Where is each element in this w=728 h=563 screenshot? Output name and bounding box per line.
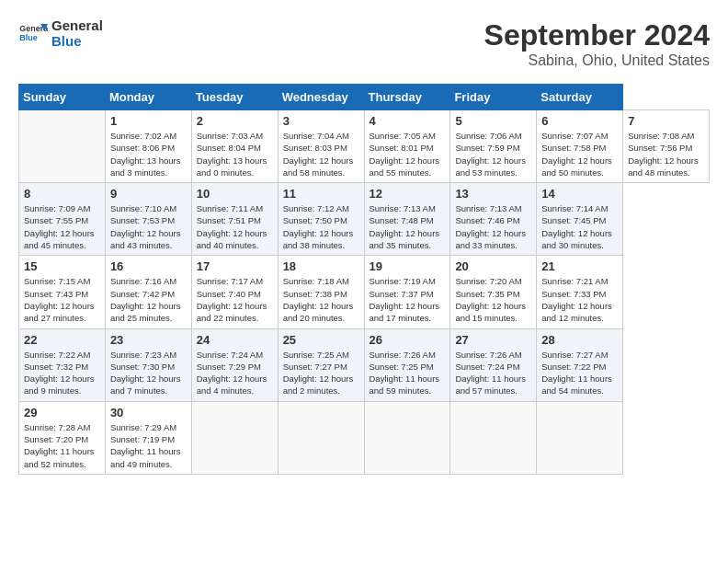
day-info: Sunrise: 7:24 AMSunset: 7:29 PMDaylight:… (197, 349, 273, 397)
day-number: 20 (455, 259, 531, 273)
day-number: 15 (24, 259, 100, 273)
calendar-cell: 16Sunrise: 7:16 AMSunset: 7:42 PMDayligh… (105, 256, 191, 328)
sunset-text: Sunset: 7:38 PM (283, 288, 359, 300)
daylight-text: Daylight: 12 hours and 22 minutes. (197, 300, 273, 325)
calendar-cell (19, 110, 106, 183)
day-info: Sunrise: 7:17 AMSunset: 7:40 PMDaylight:… (197, 275, 273, 324)
day-number: 14 (541, 187, 618, 201)
day-info: Sunrise: 7:05 AMSunset: 8:01 PMDaylight:… (370, 130, 446, 178)
sunrise-text: Sunrise: 7:26 AM (370, 349, 446, 361)
daylight-text: Daylight: 12 hours and 35 minutes. (370, 227, 446, 252)
calendar-cell (450, 401, 537, 474)
sunrise-text: Sunrise: 7:15 AM (24, 275, 100, 287)
daylight-text: Daylight: 11 hours and 59 minutes. (370, 373, 446, 397)
sunrise-text: Sunrise: 7:02 AM (110, 130, 187, 142)
calendar-cell: 12Sunrise: 7:13 AMSunset: 7:48 PMDayligh… (364, 183, 450, 256)
day-number: 3 (283, 114, 359, 128)
sunrise-text: Sunrise: 7:16 AM (110, 275, 187, 287)
calendar-week-row: 15Sunrise: 7:15 AMSunset: 7:43 PMDayligh… (19, 256, 710, 328)
sunrise-text: Sunrise: 7:21 AM (541, 275, 618, 287)
calendar-cell: 7Sunrise: 7:08 AMSunset: 7:56 PMDaylight… (623, 110, 710, 183)
daylight-text: Daylight: 12 hours and 40 minutes. (197, 227, 273, 252)
day-number: 23 (110, 333, 187, 347)
day-info: Sunrise: 7:26 AMSunset: 7:25 PMDaylight:… (370, 349, 446, 397)
sunset-text: Sunset: 7:42 PM (110, 288, 187, 300)
sunset-text: Sunset: 7:30 PM (110, 361, 187, 373)
calendar-cell: 27Sunrise: 7:26 AMSunset: 7:24 PMDayligh… (450, 328, 537, 401)
calendar-cell: 2Sunrise: 7:03 AMSunset: 8:04 PMDaylight… (191, 110, 278, 183)
calendar-week-row: 29Sunrise: 7:28 AMSunset: 7:20 PMDayligh… (19, 401, 710, 474)
calendar-cell: 3Sunrise: 7:04 AMSunset: 8:03 PMDaylight… (278, 110, 364, 183)
logo: General Blue General Blue (18, 18, 103, 49)
sunrise-text: Sunrise: 7:28 AM (24, 421, 100, 433)
daylight-text: Daylight: 12 hours and 53 minutes. (455, 155, 531, 179)
day-number: 11 (283, 187, 359, 201)
sunrise-text: Sunrise: 7:06 AM (455, 130, 531, 142)
calendar-cell: 4Sunrise: 7:05 AMSunset: 8:01 PMDaylight… (364, 110, 450, 183)
daylight-text: Daylight: 12 hours and 17 minutes. (370, 300, 446, 325)
calendar-week-row: 8Sunrise: 7:09 AMSunset: 7:55 PMDaylight… (19, 183, 710, 256)
header-thursday: Thursday (364, 85, 450, 110)
calendar-cell: 28Sunrise: 7:27 AMSunset: 7:22 PMDayligh… (537, 328, 623, 401)
day-info: Sunrise: 7:14 AMSunset: 7:45 PMDaylight:… (541, 202, 618, 251)
day-info: Sunrise: 7:29 AMSunset: 7:19 PMDaylight:… (110, 421, 187, 470)
sunset-text: Sunset: 7:43 PM (24, 288, 100, 300)
sunset-text: Sunset: 7:56 PM (628, 142, 704, 154)
calendar-cell: 5Sunrise: 7:06 AMSunset: 7:59 PMDaylight… (450, 110, 537, 183)
daylight-text: Daylight: 12 hours and 45 minutes. (24, 227, 100, 252)
day-info: Sunrise: 7:20 AMSunset: 7:35 PMDaylight:… (455, 275, 531, 324)
sunset-text: Sunset: 7:32 PM (24, 361, 100, 373)
day-number: 25 (283, 333, 359, 347)
day-info: Sunrise: 7:25 AMSunset: 7:27 PMDaylight:… (283, 349, 359, 397)
svg-text:Blue: Blue (19, 33, 37, 42)
day-info: Sunrise: 7:19 AMSunset: 7:37 PMDaylight:… (370, 275, 446, 324)
sunset-text: Sunset: 8:06 PM (110, 142, 187, 154)
sunset-text: Sunset: 7:19 PM (110, 433, 187, 445)
header-friday: Friday (450, 85, 537, 110)
day-info: Sunrise: 7:27 AMSunset: 7:22 PMDaylight:… (541, 349, 618, 397)
day-info: Sunrise: 7:28 AMSunset: 7:20 PMDaylight:… (24, 421, 100, 470)
sunset-text: Sunset: 7:24 PM (455, 361, 531, 373)
sunset-text: Sunset: 8:04 PM (197, 142, 273, 154)
header: General Blue General Blue September 2024… (18, 18, 710, 69)
day-info: Sunrise: 7:06 AMSunset: 7:59 PMDaylight:… (455, 130, 531, 178)
logo-icon: General Blue (18, 19, 48, 49)
sunset-text: Sunset: 8:03 PM (283, 142, 359, 154)
calendar-week-row: 1Sunrise: 7:02 AMSunset: 8:06 PMDaylight… (19, 110, 710, 183)
sunset-text: Sunset: 7:37 PM (370, 288, 446, 300)
calendar-cell: 6Sunrise: 7:07 AMSunset: 7:58 PMDaylight… (537, 110, 623, 183)
header-saturday: Saturday (537, 85, 623, 110)
day-info: Sunrise: 7:26 AMSunset: 7:24 PMDaylight:… (455, 349, 531, 397)
sunrise-text: Sunrise: 7:03 AM (197, 130, 273, 142)
sunrise-text: Sunrise: 7:20 AM (455, 275, 531, 287)
calendar-cell (278, 401, 364, 474)
day-info: Sunrise: 7:04 AMSunset: 8:03 PMDaylight:… (283, 130, 359, 178)
calendar-cell: 22Sunrise: 7:22 AMSunset: 7:32 PMDayligh… (19, 328, 106, 401)
day-info: Sunrise: 7:09 AMSunset: 7:55 PMDaylight:… (24, 202, 100, 251)
sunset-text: Sunset: 7:59 PM (455, 142, 531, 154)
sunrise-text: Sunrise: 7:12 AM (283, 202, 359, 214)
sunrise-text: Sunrise: 7:07 AM (541, 130, 618, 142)
daylight-text: Daylight: 11 hours and 54 minutes. (541, 373, 618, 397)
calendar-cell: 8Sunrise: 7:09 AMSunset: 7:55 PMDaylight… (19, 183, 106, 256)
calendar-header-row: SundayMondayTuesdayWednesdayThursdayFrid… (19, 85, 710, 110)
sunrise-text: Sunrise: 7:26 AM (455, 349, 531, 361)
sunrise-text: Sunrise: 7:17 AM (197, 275, 273, 287)
header-wednesday: Wednesday (278, 85, 364, 110)
daylight-text: Daylight: 12 hours and 27 minutes. (24, 300, 100, 325)
sunset-text: Sunset: 7:58 PM (541, 142, 618, 154)
day-info: Sunrise: 7:07 AMSunset: 7:58 PMDaylight:… (541, 130, 618, 178)
sunrise-text: Sunrise: 7:27 AM (541, 349, 618, 361)
day-number: 10 (197, 187, 273, 201)
daylight-text: Daylight: 12 hours and 20 minutes. (283, 300, 359, 325)
daylight-text: Daylight: 11 hours and 49 minutes. (110, 445, 187, 470)
calendar-cell: 10Sunrise: 7:11 AMSunset: 7:51 PMDayligh… (191, 183, 278, 256)
calendar-cell: 1Sunrise: 7:02 AMSunset: 8:06 PMDaylight… (105, 110, 191, 183)
day-number: 16 (110, 259, 187, 273)
sunrise-text: Sunrise: 7:18 AM (283, 275, 359, 287)
calendar-cell: 13Sunrise: 7:13 AMSunset: 7:46 PMDayligh… (450, 183, 537, 256)
sunset-text: Sunset: 7:33 PM (541, 288, 618, 300)
sunset-text: Sunset: 7:45 PM (541, 214, 618, 226)
daylight-text: Daylight: 12 hours and 33 minutes. (455, 227, 531, 252)
calendar-table: SundayMondayTuesdayWednesdayThursdayFrid… (18, 84, 710, 475)
